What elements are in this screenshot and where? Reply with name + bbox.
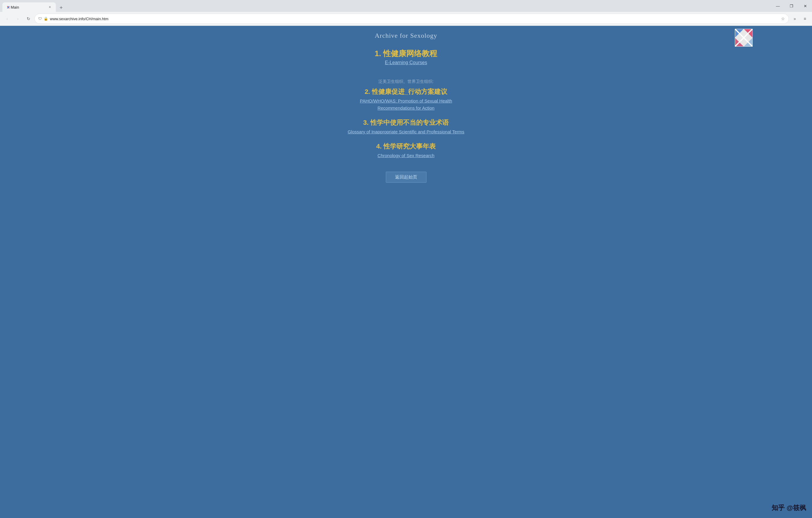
section-2-title-zh: 性健康促进_行动方案建议 (372, 88, 447, 96)
maximize-button[interactable]: ❐ (785, 0, 799, 12)
extensions-button[interactable]: » (790, 14, 800, 24)
toolbar-right: » ≡ (790, 14, 810, 24)
section-4-number: 4. (376, 142, 382, 150)
watermark: 知乎 @筱枫 (772, 503, 806, 512)
glossary-link[interactable]: Glossary of Inappropriate Scientific and… (348, 128, 464, 135)
section-1-number: 1. (375, 49, 381, 58)
tab-favicon (6, 5, 11, 9)
paho-who-link[interactable]: PAHO/WHO/WAS: Promotion of Sexual Health (360, 98, 452, 105)
return-home-button[interactable]: 返回起始页 (386, 172, 427, 183)
section-3-block: 3. 性学中使用不当的专业术语 Glossary of Inappropriat… (348, 118, 464, 135)
minimize-button[interactable]: — (771, 0, 785, 12)
menu-button[interactable]: ≡ (800, 14, 810, 24)
forward-button[interactable]: › (13, 14, 23, 24)
section-4-title: 4. 性学研究大事年表 (376, 142, 436, 151)
tab-close-button[interactable]: × (48, 5, 52, 9)
close-button[interactable]: ✕ (799, 0, 812, 12)
chronology-link[interactable]: Chronology of Sex Research (378, 152, 434, 159)
window-controls: — ❐ ✕ (771, 0, 812, 12)
address-bar[interactable]: 🛡 🔒 www.sexarchive.info/CH/main.htm ☆ (34, 13, 789, 24)
section-1-title-zh: 性健康网络教程 (383, 49, 437, 58)
section-2-title: 2. 性健康促进_行动方案建议 (365, 87, 447, 96)
back-button[interactable]: ‹ (2, 14, 12, 24)
section-4-block: 4. 性学研究大事年表 Chronology of Sex Research (376, 142, 436, 159)
section-4-title-zh: 性学研究大事年表 (383, 142, 436, 150)
tab-bar-row: Main × + — ❐ ✕ (0, 0, 812, 12)
orgs-text: 泛美卫生组织、世界卫生组织: (378, 79, 434, 84)
section-3-number: 3. (363, 119, 369, 126)
site-logo (735, 29, 753, 47)
section-2-number: 2. (365, 88, 370, 96)
site-header: Archive for Sexology (6, 32, 806, 39)
page-content: Archive for Sexology (0, 26, 812, 518)
section-1-title: 1. 性健康网络教程 (375, 48, 437, 59)
elearning-link[interactable]: E-Learning Courses (385, 60, 427, 65)
bookmark-icon[interactable]: ☆ (781, 16, 785, 21)
security-icon: 🛡 (38, 17, 42, 21)
recommendations-link[interactable]: Recommendations for Action (378, 105, 434, 112)
url-display[interactable]: www.sexarchive.info/CH/main.htm (50, 17, 779, 21)
new-tab-button[interactable]: + (57, 4, 65, 12)
section-3-title: 3. 性学中使用不当的专业术语 (363, 118, 449, 127)
active-tab[interactable]: Main × (2, 2, 56, 12)
tabs-area: Main × + (0, 2, 771, 12)
toolbar: ‹ › ↻ 🛡 🔒 www.sexarchive.info/CH/main.ht… (0, 12, 812, 26)
tab-title: Main (11, 5, 46, 9)
browser-chrome: Main × + — ❐ ✕ ‹ › ↻ 🛡 🔒 www.sexarchive.… (0, 0, 812, 26)
refresh-button[interactable]: ↻ (24, 14, 33, 24)
site-title: Archive for Sexology (375, 32, 437, 39)
section-2-block: 2. 性健康促进_行动方案建议 PAHO/WHO/WAS: Promotion … (360, 87, 452, 112)
section-3-title-zh: 性学中使用不当的专业术语 (370, 119, 449, 126)
section-1-block: 1. 性健康网络教程 E-Learning Courses (375, 48, 437, 73)
main-content: 1. 性健康网络教程 E-Learning Courses 泛美卫生组织、世界卫… (6, 48, 806, 183)
lock-icon: 🔒 (44, 17, 48, 21)
